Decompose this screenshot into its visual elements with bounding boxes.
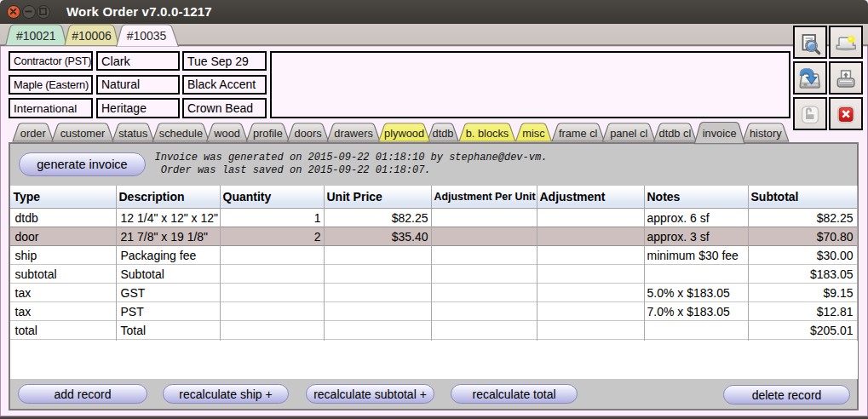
svg-text:wood: wood bbox=[213, 127, 240, 140]
svg-text:frame cl: frame cl bbox=[559, 127, 598, 140]
svg-text:b. blocks: b. blocks bbox=[466, 127, 509, 140]
svg-text:drawers: drawers bbox=[334, 127, 373, 140]
svg-text:dtdb: dtdb bbox=[433, 127, 454, 140]
svg-text:status: status bbox=[118, 127, 147, 140]
svg-text:schedule: schedule bbox=[159, 127, 203, 140]
svg-text:misc: misc bbox=[522, 127, 545, 140]
svg-text:plywood: plywood bbox=[384, 127, 424, 140]
svg-text:history: history bbox=[750, 127, 782, 140]
svg-text:order: order bbox=[20, 127, 47, 140]
svg-text:panel cl: panel cl bbox=[610, 127, 647, 140]
svg-text:#10021: #10021 bbox=[16, 29, 56, 43]
svg-text:invoice: invoice bbox=[703, 127, 737, 140]
svg-text:customer: customer bbox=[60, 127, 106, 140]
svg-text:#10006: #10006 bbox=[72, 29, 112, 43]
svg-text:#10035: #10035 bbox=[127, 29, 167, 43]
svg-text:dtdb cl: dtdb cl bbox=[659, 127, 692, 140]
svg-text:profile: profile bbox=[253, 127, 283, 140]
svg-text:doors: doors bbox=[295, 127, 322, 140]
